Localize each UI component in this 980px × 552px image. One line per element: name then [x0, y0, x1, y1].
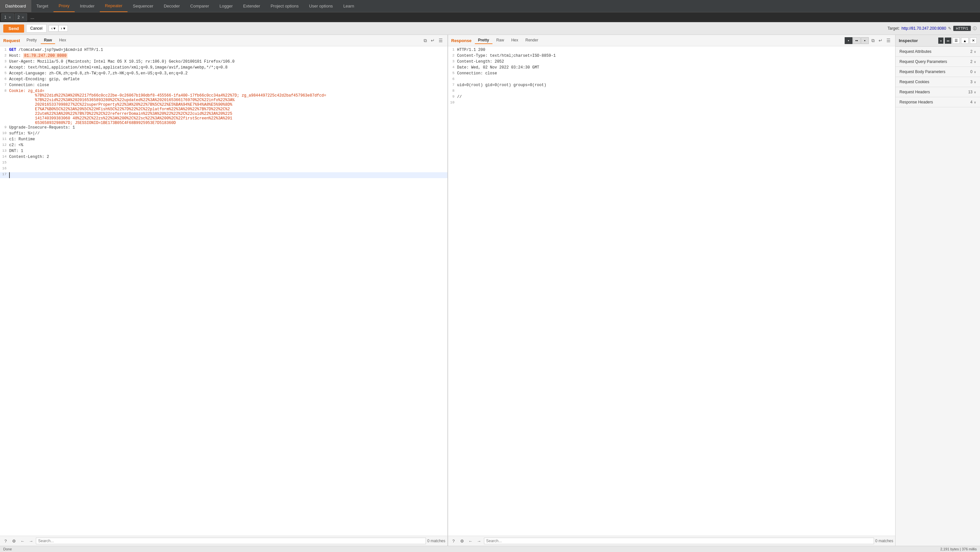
request-line-14: 14 Content-Length: 2: [0, 155, 447, 161]
inspector-view-toggle-1[interactable]: ▪: [938, 38, 943, 44]
request-panel: Request Pretty Raw Hex ⧉ ↵ ☰ 1 GET /tomc…: [0, 35, 448, 546]
request-menu-icon[interactable]: ☰: [438, 37, 444, 44]
inspector-section-query-params: Request Query Parameters 2 ∨: [896, 57, 980, 67]
request-line-4: 4 Accept: text/html,application/xhtml+xm…: [0, 65, 447, 71]
nav-extender[interactable]: Extender: [238, 0, 266, 12]
request-search-prev-icon[interactable]: ←: [19, 537, 26, 544]
inspector-request-attributes-chevron: ∨: [974, 50, 976, 54]
request-search-next-icon[interactable]: →: [27, 537, 35, 544]
response-search-bar: ? ⚙ ← → 0 matches: [448, 536, 896, 546]
next-button[interactable]: › ▾: [58, 25, 68, 32]
request-wrap-icon[interactable]: ↵: [430, 37, 436, 44]
inspector-close-icon[interactable]: ✕: [970, 38, 977, 44]
tab-more[interactable]: ...: [28, 15, 37, 20]
inspector-section-request-headers-header[interactable]: Request Headers 13 ∨: [896, 87, 980, 97]
response-tab-render[interactable]: Render: [522, 37, 541, 44]
tab-1[interactable]: 1 ✕: [1, 13, 14, 21]
nav-dashboard[interactable]: Dashboard: [0, 0, 31, 12]
edit-target-icon[interactable]: ✎: [948, 26, 951, 31]
inspector-settings-icon[interactable]: ☰: [953, 38, 960, 44]
response-line-7: 7 uid=0(root) gid=0(root) groups=0(root): [448, 83, 896, 89]
nav-target[interactable]: Target: [31, 0, 54, 12]
response-match-count: 0 matches: [875, 539, 893, 543]
request-search-question-icon[interactable]: ?: [2, 537, 9, 544]
nav-user-options[interactable]: User options: [304, 0, 338, 12]
response-tab-pretty[interactable]: Pretty: [475, 37, 492, 44]
response-view-vertical-icon[interactable]: ▪▪: [853, 37, 861, 44]
response-menu-icon[interactable]: ☰: [885, 37, 892, 44]
response-line-1: 1 HTTP/1.1 200: [448, 48, 896, 54]
request-search-bar: ? ⚙ ← → 0 matches: [0, 536, 447, 546]
response-copy-icon[interactable]: ⧉: [870, 37, 876, 44]
request-line-5: 5 Accept-Language: zh-CN,zh;q=0.8,zh-TW;…: [0, 71, 447, 77]
response-wrap-icon[interactable]: ↵: [877, 37, 884, 44]
request-line-7: 7 Connection: close: [0, 83, 447, 89]
inspector-section-body-params-header[interactable]: Request Body Parameters 0 ∨: [896, 67, 980, 77]
response-view-split-icon[interactable]: ▪: [845, 37, 853, 44]
request-line-11: 11 c1: Runtime: [0, 137, 447, 143]
inspector-section-cookies-title: Request Cookies: [899, 80, 929, 84]
nav-proxy[interactable]: Proxy: [54, 0, 75, 12]
response-search-question-icon[interactable]: ?: [450, 537, 457, 544]
inspector-response-headers-chevron: ∨: [974, 101, 976, 104]
response-tab-raw[interactable]: Raw: [493, 37, 508, 44]
inspector-header: Inspector ▪ ▪▪ ☰ ▲ ✕: [896, 35, 980, 47]
request-tab-pretty[interactable]: Pretty: [23, 37, 40, 44]
response-view-horizontal-icon[interactable]: ▪: [861, 37, 869, 44]
tab-1-close[interactable]: ✕: [8, 16, 11, 19]
inspector-section-request-headers: Request Headers 13 ∨: [896, 87, 980, 97]
request-match-count: 0 matches: [427, 539, 445, 543]
inspector-query-params-chevron: ∨: [974, 60, 976, 64]
response-panel-icons: ▪ ▪▪ ▪ ⧉ ↵ ☰: [845, 37, 892, 44]
inspector-section-query-params-header[interactable]: Request Query Parameters 2 ∨: [896, 57, 980, 67]
inspector-view-toggle-2[interactable]: ▪▪: [945, 38, 951, 44]
nav-learn[interactable]: Learn: [338, 0, 360, 12]
response-tab-hex[interactable]: Hex: [508, 37, 522, 44]
status-text: Done: [3, 547, 12, 551]
nav-decoder[interactable]: Decoder: [159, 0, 185, 12]
prev-button[interactable]: ‹ ▾: [49, 25, 58, 32]
send-button[interactable]: Send: [3, 24, 24, 33]
target-url: http://81.70.247.200:8080: [901, 26, 946, 31]
inspector-collapse-icon[interactable]: ▲: [961, 38, 969, 44]
request-search-input[interactable]: [36, 538, 426, 544]
request-panel-header: Request Pretty Raw Hex ⧉ ↵ ☰: [0, 35, 447, 46]
inspector-section-response-headers-header[interactable]: Response Headers 4 ∨: [896, 97, 980, 107]
tab-2-close[interactable]: ✕: [22, 16, 24, 19]
inspector-section-request-attributes-header[interactable]: Request Attributes 2 ∨: [896, 47, 980, 56]
nav-comparer[interactable]: Comparer: [185, 0, 214, 12]
tab-1-label: 1: [4, 15, 6, 19]
status-bar: Done 2,191 bytes | 376 millis: [0, 546, 980, 552]
main-content: Request Pretty Raw Hex ⧉ ↵ ☰ 1 GET /tomc…: [0, 35, 980, 546]
top-navigation: Dashboard Target Proxy Intruder Repeater…: [0, 0, 980, 13]
response-search-input[interactable]: [484, 538, 874, 544]
response-search-gear-icon[interactable]: ⚙: [458, 537, 466, 544]
request-tab-hex[interactable]: Hex: [56, 37, 69, 44]
inspector-section-cookies-header[interactable]: Request Cookies 3 ∨: [896, 77, 980, 87]
response-search-prev-icon[interactable]: ←: [467, 537, 474, 544]
nav-sequencer[interactable]: Sequencer: [127, 0, 159, 12]
response-line-3: 3 Content-Length: 2052: [448, 59, 896, 65]
response-search-next-icon[interactable]: →: [476, 537, 483, 544]
request-line-6: 6 Accept-Encoding: gzip, deflate: [0, 77, 447, 83]
inspector-cookies-count: 3: [970, 80, 972, 84]
response-line-2: 2 Content-Type: text/html;charset=ISO-88…: [448, 54, 896, 59]
tab-2[interactable]: 2 ✕: [15, 13, 27, 21]
inspector-section-cookies: Request Cookies 3 ∨: [896, 77, 980, 87]
inspector-body-params-chevron: ∨: [974, 70, 976, 74]
response-tabs: Pretty Raw Hex Render: [475, 37, 542, 44]
nav-project-options[interactable]: Project options: [266, 0, 304, 12]
nav-repeater[interactable]: Repeater: [100, 0, 127, 12]
request-copy-icon[interactable]: ⧉: [422, 37, 428, 44]
cancel-button[interactable]: Cancel: [26, 24, 47, 33]
nav-logger[interactable]: Logger: [214, 0, 238, 12]
request-tab-raw[interactable]: Raw: [41, 37, 56, 44]
request-code-area[interactable]: 1 GET /tomcatwar.jsp?pwd=j&cmd=id HTTP/1…: [0, 46, 447, 536]
response-line-4: 4 Date: Wed, 02 Nov 2022 03:24:30 GMT: [448, 65, 896, 71]
request-line-17: 17: [0, 172, 447, 178]
nav-intruder[interactable]: Intruder: [75, 0, 100, 12]
tabs-bar: 1 ✕ 2 ✕ ...: [0, 13, 980, 22]
request-search-gear-icon[interactable]: ⚙: [10, 537, 18, 544]
http-info-icon[interactable]: ⓘ: [973, 26, 977, 31]
response-code-area[interactable]: 1 HTTP/1.1 200 2 Content-Type: text/html…: [448, 46, 896, 536]
